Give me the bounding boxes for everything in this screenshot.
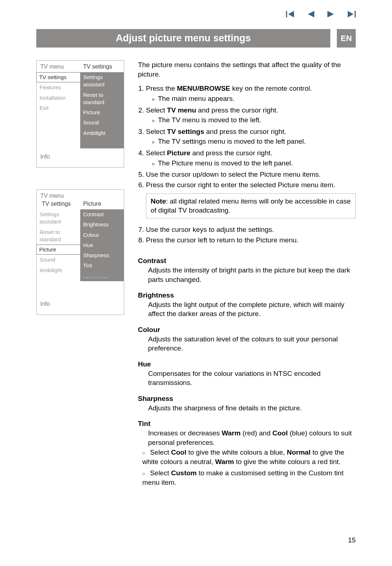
- step-7: Use the cursor keys to adjust the settin…: [146, 225, 356, 234]
- step-1: Press the MENU/BROWSE key on the remote …: [146, 84, 356, 103]
- d2-left-item: Settings assistant: [37, 209, 80, 227]
- d2-right-item: Contrast: [80, 209, 124, 220]
- d1-left-item: Exit: [37, 103, 80, 113]
- d2-left-item: Reset to standard: [37, 227, 80, 245]
- play-right-icon[interactable]: [327, 11, 335, 17]
- def-hue: Hue Compensates for the colour variation…: [138, 360, 356, 387]
- d2-right-item: Sharpness: [80, 250, 124, 261]
- svg-rect-5: [355, 11, 356, 17]
- menu-diagram-2: TV menu TV settings Settings assistant R…: [36, 189, 124, 315]
- play-left-icon[interactable]: [307, 11, 314, 17]
- d2-right-item: Colour: [80, 230, 124, 240]
- d1-right-item: Reset to standard: [80, 90, 124, 108]
- skip-forward-icon[interactable]: [348, 11, 356, 17]
- svg-marker-2: [308, 11, 314, 17]
- def-sharpness: Sharpness Adjusts the sharpness of fine …: [138, 394, 356, 413]
- language-badge: EN: [337, 29, 356, 48]
- def-colour: Colour Adjusts the saturation level of t…: [138, 325, 356, 353]
- d2-subheader: TV settings: [37, 200, 80, 209]
- def-contrast: Contrast Adjusts the intensity of bright…: [138, 256, 356, 284]
- tint-bullet-1: Select Cool to give the white colours a …: [142, 448, 356, 466]
- d2-left-item: Picture: [36, 245, 81, 255]
- d1-right-header: TV settings: [80, 61, 124, 72]
- d2-right-header: Picture: [80, 200, 124, 209]
- menu-diagram-1: TV menu TV settings Features Installatio…: [36, 60, 124, 168]
- d2-right-item: Brightness: [80, 220, 124, 230]
- pdf-nav-icons: [286, 11, 356, 17]
- page-title: Adjust picture menu settings: [36, 29, 330, 48]
- d2-left-header: TV menu: [37, 190, 124, 200]
- tint-bullet-2: Select Custom to make a customised setti…: [142, 468, 356, 487]
- skip-back-icon[interactable]: [286, 11, 294, 17]
- intro-text: The picture menu contains the settings t…: [138, 60, 356, 79]
- step-2: Select TV menu and press the cursor righ…: [146, 106, 356, 125]
- d1-left-item: TV settings: [36, 72, 81, 82]
- step-8: Press the cursor left to return to the P…: [146, 235, 356, 245]
- step-1-sub: The main menu appears.: [152, 94, 356, 103]
- d1-right-item: Settings assistant: [80, 72, 124, 90]
- def-tint: Tint Increases or decreases Warm (red) a…: [138, 419, 356, 487]
- d1-left-item: Installation: [37, 93, 80, 103]
- d2-right-item: Tint: [80, 261, 124, 271]
- d2-left-item: Ambilight: [37, 265, 80, 275]
- def-brightness: Brightness Adjusts the light output of t…: [138, 291, 356, 319]
- d2-info: Info: [37, 296, 124, 315]
- d2-left-item: Sound: [37, 255, 80, 265]
- steps-list-2: Use the cursor keys to adjust the settin…: [138, 225, 356, 245]
- svg-marker-4: [348, 11, 354, 17]
- d1-left-item: Features: [37, 82, 80, 93]
- step-2-sub: The TV menu is moved to the left.: [152, 115, 356, 125]
- d2-right-item: Hue: [80, 240, 124, 250]
- step-3-sub: The TV settings menu is moved to the lef…: [152, 137, 356, 146]
- step-6: Press the cursor right to enter the sele…: [146, 180, 356, 190]
- d1-right-item: Picture: [80, 107, 124, 118]
- step-4: Select Picture and press the cursor righ…: [146, 148, 356, 168]
- svg-marker-1: [288, 11, 294, 17]
- d1-info: Info: [37, 148, 124, 167]
- svg-marker-3: [327, 11, 334, 17]
- d1-right-item: Ambilight: [80, 128, 124, 138]
- svg-rect-0: [286, 11, 287, 17]
- title-bar: Adjust picture menu settings EN: [36, 29, 356, 48]
- note-box: Note: all digital related menu items wil…: [146, 193, 356, 218]
- steps-list: Press the MENU/BROWSE key on the remote …: [138, 84, 356, 189]
- page-number: 15: [348, 536, 356, 544]
- d1-right-item: Sound: [80, 118, 124, 128]
- d2-right-item: ..............: [80, 271, 124, 281]
- step-3: Select TV settings and press the cursor …: [146, 127, 356, 146]
- d1-left-header: TV menu: [37, 61, 80, 72]
- step-4-sub: The Picture menu is moved to the left pa…: [152, 159, 356, 168]
- step-5: Use the cursor up/down to select the Pic…: [146, 170, 356, 179]
